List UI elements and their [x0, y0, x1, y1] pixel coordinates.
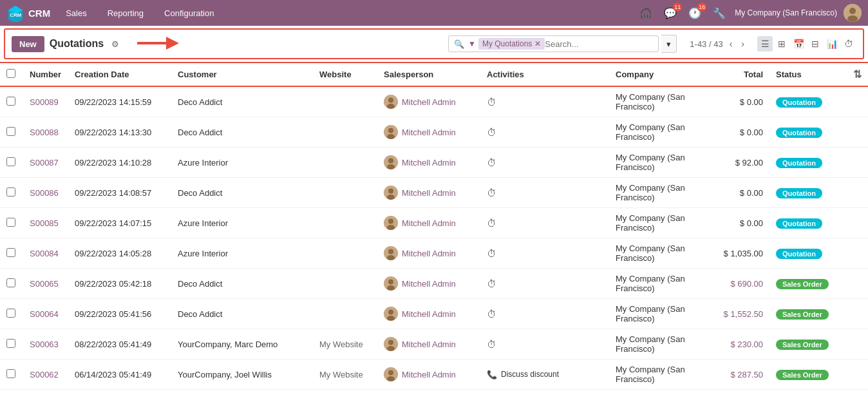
new-button[interactable]: New — [12, 36, 44, 52]
row-number[interactable]: S00089 — [23, 86, 68, 117]
activity-clock-icon[interactable]: ⏱ — [487, 309, 496, 320]
row-customer[interactable]: YourCompany, Marc Demo — [171, 390, 313, 394]
table-row[interactable]: S00087 09/22/2023 14:10:28 Azure Interio… — [0, 148, 868, 178]
wrench-icon[interactable]: 🔧 — [710, 4, 728, 22]
row-checkbox[interactable] — [6, 369, 15, 378]
activity-view-icon[interactable]: ⏱ — [841, 36, 856, 52]
row-customer[interactable]: Azure Interior — [171, 208, 313, 238]
activity-clock-icon[interactable]: ⏱ — [487, 339, 496, 350]
table-row[interactable]: S00062 06/14/2023 05:41:49 YourCompany, … — [0, 359, 868, 390]
row-customer[interactable]: Deco Addict — [171, 117, 313, 148]
row-number[interactable]: S00087 — [23, 148, 68, 178]
col-header-adjust[interactable]: ⇅ — [847, 62, 868, 86]
row-checkbox-cell[interactable] — [0, 117, 23, 148]
row-activity[interactable]: ⏱ — [480, 208, 609, 238]
activities-icon[interactable]: 🕐 16 — [686, 4, 704, 22]
row-checkbox[interactable] — [6, 187, 15, 196]
pagination-next[interactable]: › — [739, 37, 747, 50]
row-activity[interactable]: ⏱ — [480, 117, 609, 148]
row-checkbox[interactable] — [6, 157, 15, 166]
row-customer[interactable]: YourCompany, Marc Demo — [171, 329, 313, 359]
activity-clock-icon[interactable]: ⏱ — [487, 157, 496, 168]
row-number[interactable]: S00064 — [23, 299, 68, 329]
row-customer[interactable]: Azure Interior — [171, 148, 313, 178]
row-activity[interactable]: 📞 Suggest optional products — [480, 390, 609, 394]
row-salesperson[interactable]: Mitchell Admin — [377, 148, 480, 178]
col-header-creation-date[interactable]: Creation Date — [68, 62, 171, 86]
col-header-customer[interactable]: Customer — [171, 62, 313, 86]
row-activity[interactable]: ⏱ — [480, 269, 609, 299]
activity-clock-icon[interactable]: ⏱ — [487, 248, 496, 259]
salesperson-link[interactable]: Mitchell Admin — [402, 218, 456, 228]
row-salesperson[interactable]: Mitchell Admin — [377, 208, 480, 238]
row-activity[interactable]: ⏱ — [480, 238, 609, 269]
row-checkbox[interactable] — [6, 218, 15, 227]
calendar-view-icon[interactable]: 📅 — [791, 36, 806, 52]
table-row[interactable]: S00085 09/22/2023 14:07:15 Azure Interio… — [0, 208, 868, 238]
row-checkbox[interactable] — [6, 309, 15, 318]
pagination-prev[interactable]: ‹ — [727, 37, 735, 50]
row-salesperson[interactable]: Mitchell Admin — [377, 178, 480, 208]
row-checkbox[interactable] — [6, 278, 15, 287]
nav-configuration[interactable]: Configuration — [159, 6, 219, 21]
row-checkbox-cell[interactable] — [0, 86, 23, 117]
col-header-company[interactable]: Company — [609, 62, 705, 86]
search-input[interactable] — [545, 39, 653, 49]
row-customer[interactable]: Deco Addict — [171, 269, 313, 299]
kanban-view-icon[interactable]: ⊞ — [774, 36, 789, 52]
table-row[interactable]: S00063 08/22/2023 05:41:49 YourCompany, … — [0, 329, 868, 359]
row-salesperson[interactable]: Mitchell Admin — [377, 269, 480, 299]
table-row[interactable]: S00065 09/22/2023 05:42:18 Deco Addict M… — [0, 269, 868, 299]
row-checkbox-cell[interactable] — [0, 178, 23, 208]
row-salesperson[interactable]: Mitchell Admin — [377, 238, 480, 269]
app-name[interactable]: CRM — [28, 8, 50, 19]
col-header-number[interactable]: Number — [23, 62, 68, 86]
activity-phone-icon[interactable]: 📞 — [487, 370, 497, 379]
table-row[interactable]: S00064 09/22/2023 05:41:56 Deco Addict M… — [0, 299, 868, 329]
salesperson-link[interactable]: Mitchell Admin — [402, 188, 456, 198]
row-checkbox-cell[interactable] — [0, 269, 23, 299]
company-name[interactable]: My Company (San Francisco) — [735, 8, 837, 17]
salesperson-link[interactable]: Mitchell Admin — [402, 370, 456, 379]
search-dropdown-button[interactable]: ▾ — [661, 35, 677, 53]
row-checkbox-cell[interactable] — [0, 148, 23, 178]
filter-tag-my-quotations[interactable]: My Quotations ✕ — [478, 38, 545, 50]
messages-icon[interactable]: 💬 11 — [661, 4, 679, 22]
row-checkbox-cell[interactable] — [0, 329, 23, 359]
user-avatar[interactable] — [844, 4, 862, 22]
row-number[interactable]: S00065 — [23, 269, 68, 299]
row-checkbox[interactable] — [6, 97, 15, 106]
row-salesperson[interactable]: Mitchell Admin — [377, 299, 480, 329]
row-salesperson[interactable]: Mitchell Admin — [377, 390, 480, 394]
row-customer[interactable]: YourCompany, Joel Willis — [171, 359, 313, 390]
row-activity[interactable]: ⏱ — [480, 148, 609, 178]
table-row[interactable]: S00084 09/22/2023 14:05:28 Azure Interio… — [0, 238, 868, 269]
row-number[interactable]: S00086 — [23, 178, 68, 208]
row-number[interactable]: S00062 — [23, 359, 68, 390]
col-header-total[interactable]: Total — [705, 62, 769, 86]
row-checkbox-cell[interactable] — [0, 238, 23, 269]
row-salesperson[interactable]: Mitchell Admin — [377, 86, 480, 117]
activity-clock-icon[interactable]: ⏱ — [487, 127, 496, 138]
row-customer[interactable]: Deco Addict — [171, 86, 313, 117]
table-row[interactable]: S00061 08/22/2023 05:41:49 YourCompany, … — [0, 390, 868, 394]
salesperson-link[interactable]: Mitchell Admin — [402, 249, 456, 258]
table-row[interactable]: S00088 09/22/2023 14:13:30 Deco Addict M… — [0, 117, 868, 148]
headset-icon[interactable]: 🎧 — [637, 4, 655, 22]
pivot-view-icon[interactable]: ⊟ — [807, 36, 823, 52]
row-checkbox-cell[interactable] — [0, 359, 23, 390]
row-customer[interactable]: Azure Interior — [171, 238, 313, 269]
activity-clock-icon[interactable]: ⏱ — [487, 218, 496, 229]
col-header-salesperson[interactable]: Salesperson — [377, 62, 480, 86]
list-view-icon[interactable]: ☰ — [757, 36, 773, 52]
activity-clock-icon[interactable]: ⏱ — [487, 278, 496, 289]
row-number[interactable]: S00084 — [23, 238, 68, 269]
salesperson-link[interactable]: Mitchell Admin — [402, 309, 456, 319]
row-number[interactable]: S00063 — [23, 329, 68, 359]
row-customer[interactable]: Deco Addict — [171, 178, 313, 208]
nav-reporting[interactable]: Reporting — [102, 6, 149, 21]
col-header-status[interactable]: Status — [769, 62, 847, 86]
row-number[interactable]: S00085 — [23, 208, 68, 238]
row-checkbox[interactable] — [6, 339, 15, 348]
columns-adjust-icon[interactable]: ⇅ — [853, 69, 862, 80]
